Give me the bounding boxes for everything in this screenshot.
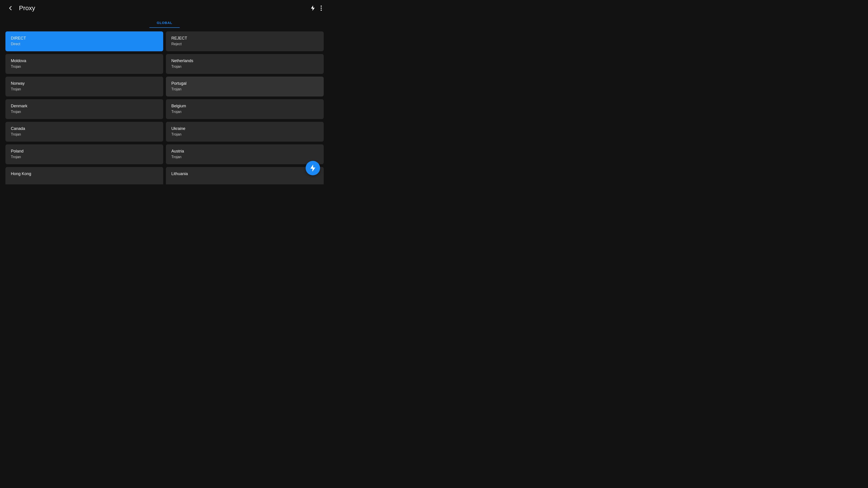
proxy-item[interactable]: AustriaTrojan	[166, 144, 324, 164]
proxy-item[interactable]: BelgiumTrojan	[166, 99, 324, 119]
proxy-item[interactable]: PortugalTrojan	[166, 76, 324, 96]
proxy-item-type: Trojan	[11, 110, 158, 114]
header: Proxy	[0, 0, 329, 16]
header-left: Proxy	[5, 3, 35, 13]
proxy-list: DIRECTDirectREJECTRejectMoldovaTrojanNet…	[0, 28, 329, 184]
proxy-item[interactable]: MoldovaTrojan	[5, 54, 163, 74]
proxy-item-type: Trojan	[171, 132, 318, 136]
proxy-item-name: Portugal	[171, 81, 318, 86]
proxy-item-type: Trojan	[11, 65, 158, 69]
proxy-item[interactable]: Hong Kong	[5, 167, 163, 184]
proxy-item[interactable]: UkraineTrojan	[166, 122, 324, 142]
proxy-item-name: Poland	[11, 149, 158, 154]
proxy-item-name: Hong Kong	[11, 171, 158, 176]
proxy-item-name: DIRECT	[11, 36, 158, 41]
proxy-item-name: Austria	[171, 149, 318, 154]
proxy-item[interactable]: Lithuania	[166, 167, 324, 184]
proxy-item-name: Belgium	[171, 104, 318, 108]
fab-button[interactable]	[306, 161, 320, 175]
proxy-item-name: REJECT	[171, 36, 318, 41]
proxy-item-type: Trojan	[11, 132, 158, 136]
proxy-item-name: Moldova	[11, 59, 158, 63]
back-button[interactable]	[5, 3, 16, 13]
lightning-button[interactable]	[309, 4, 317, 13]
proxy-item-type: Reject	[171, 42, 318, 46]
proxy-item-type: Trojan	[171, 87, 318, 91]
proxy-item[interactable]: PolandTrojan	[5, 144, 163, 164]
page-title: Proxy	[19, 4, 35, 12]
proxy-item-type: Trojan	[171, 65, 318, 69]
proxy-item[interactable]: DenmarkTrojan	[5, 99, 163, 119]
svg-point-2	[321, 10, 322, 11]
proxy-item-name: Ukraine	[171, 126, 318, 131]
proxy-item[interactable]: NetherlandsTrojan	[166, 54, 324, 74]
tab-global[interactable]: GLOBAL	[149, 18, 180, 28]
proxy-item-name: Denmark	[11, 104, 158, 108]
proxy-item[interactable]: NorwayTrojan	[5, 76, 163, 96]
proxy-item-name: Netherlands	[171, 59, 318, 63]
proxy-item-name: Canada	[11, 126, 158, 131]
proxy-item-type: Trojan	[11, 87, 158, 91]
proxy-item[interactable]: CanadaTrojan	[5, 122, 163, 142]
header-actions	[309, 4, 324, 13]
proxy-item-type: Trojan	[171, 155, 318, 159]
tab-bar: GLOBAL	[0, 18, 329, 28]
proxy-item[interactable]: DIRECTDirect	[5, 31, 163, 51]
proxy-item[interactable]: REJECTReject	[166, 31, 324, 51]
svg-point-1	[321, 8, 322, 9]
proxy-item-type: Trojan	[11, 155, 158, 159]
more-options-button[interactable]	[319, 4, 324, 13]
proxy-item-name: Lithuania	[171, 171, 318, 176]
proxy-item-type: Direct	[11, 42, 158, 46]
svg-point-0	[321, 6, 322, 7]
proxy-item-name: Norway	[11, 81, 158, 86]
proxy-item-type: Trojan	[171, 110, 318, 114]
